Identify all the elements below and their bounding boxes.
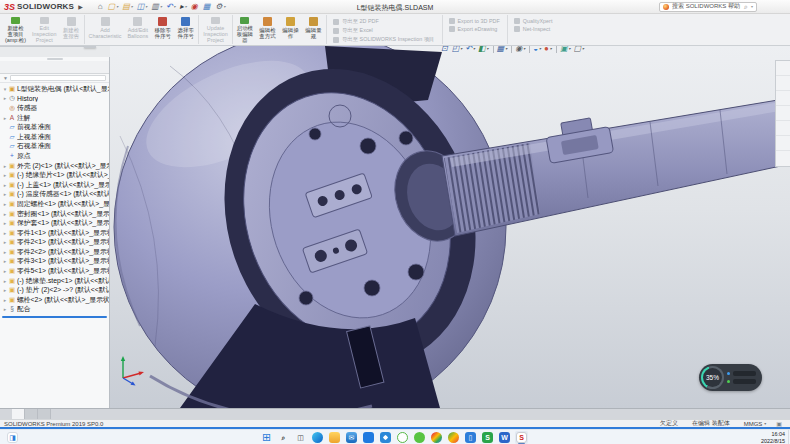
task-view-icon[interactable]: ◫ (294, 431, 307, 444)
custom-properties-icon[interactable] (776, 136, 790, 151)
menu-expand-arrow-icon[interactable]: ▶ (78, 3, 83, 10)
tree-origin[interactable]: + 原点 (0, 151, 109, 161)
tree-filter-input[interactable] (10, 75, 106, 81)
tree-front-plane[interactable]: ▱ 前视基准面 (0, 122, 109, 132)
tree-component[interactable]: ▸ ▣ 零件5<1> (默认<<默认>_显示状态) (0, 266, 109, 276)
qualityxpert-item[interactable]: QualityXpert (514, 18, 553, 24)
tree-annotations[interactable]: ▸ A 注解 (0, 113, 109, 123)
update-inspection-project-button[interactable]: Update Inspection Project (198, 15, 231, 44)
open-file-icon[interactable]: ▤ ▾ (122, 3, 133, 11)
new-inspection-project-button[interactable]: 新建检 查项目 (amp:检) (2, 15, 29, 44)
add-characteristic-button[interactable]: Add Characteristic (84, 15, 125, 44)
wps-icon[interactable]: S (481, 431, 494, 444)
tab-sketch[interactable] (24, 46, 36, 47)
tree-component[interactable]: ▸ ▣ 螺栓<2> (默认<<默认>_显示状态) (0, 295, 109, 305)
edit-gages-button[interactable]: 编辑量 规 (302, 15, 325, 44)
tab-inspection[interactable] (84, 46, 96, 48)
start-button[interactable]: ⊞ (260, 431, 273, 444)
tree-sensors[interactable]: ◎ 传感器 (0, 103, 109, 113)
phone-link-icon[interactable]: ▯ (464, 431, 477, 444)
graphics-viewport[interactable] (110, 46, 790, 408)
launch-template-editor-button[interactable]: 启动模 板编辑 器 (232, 15, 256, 44)
tab-assembly[interactable] (0, 46, 12, 47)
file-explorer-icon[interactable] (328, 431, 341, 444)
sw-resources-icon[interactable] (776, 61, 790, 76)
motion-study-tab[interactable] (38, 409, 51, 419)
select-balloons-button[interactable]: 选择零 件序号 (174, 15, 197, 44)
remove-balloons-button[interactable]: 移除零 件序号 (151, 15, 174, 44)
search-icon[interactable]: ⌕ (744, 3, 748, 11)
mail-icon[interactable]: ✉ (345, 431, 358, 444)
tab-mbd[interactable] (60, 46, 72, 47)
photos-icon[interactable] (379, 431, 392, 444)
tree-component[interactable]: ▸ ▣ 零件2<2> (默认<<默认>_显示状态) (0, 247, 109, 257)
rebuild-icon[interactable]: ◉ (191, 3, 199, 11)
tree-component[interactable]: ▸ ▣ (-) 垫片 (2)<2> ->? (默认<<默认>) (0, 285, 109, 295)
overlay-control[interactable] (733, 379, 756, 384)
overlay-control[interactable] (733, 371, 756, 376)
tree-history-folder[interactable]: ▸ ◷ History (0, 94, 109, 104)
rollback-bar[interactable] (2, 316, 107, 318)
tree-top-plane[interactable]: ▱ 上视基准面 (0, 132, 109, 142)
select-cursor-icon[interactable]: ▸ ▾ (180, 3, 187, 11)
tree-component[interactable]: ▸ ▣ 零件1<1> (默认<<默认>_显示状态) (0, 228, 109, 238)
design-library-icon[interactable] (776, 76, 790, 91)
recorder-overlay[interactable]: 35% (699, 364, 762, 391)
tree-component[interactable]: ▸ ▣ 零件3<1> (默认<<默认>_显示状态) (0, 257, 109, 267)
chrome-icon[interactable] (430, 431, 443, 444)
save-icon[interactable]: ◫ ▾ (137, 3, 148, 11)
edit-inspection-project-button[interactable]: Edit Inspection Project (29, 15, 60, 44)
tree-mates[interactable]: ▸ § 配合 (0, 305, 109, 315)
tree-component[interactable]: ▸ ▣ 密封圈<1> (默认<<默认>_显示状态) (0, 209, 109, 219)
edit-inspection-methods-button[interactable]: 编辑检 查方式 (256, 15, 279, 44)
export-3d-pdf-item[interactable]: Export to 3D PDF (449, 18, 500, 24)
export-excel-item[interactable]: 导出至 Excel (333, 27, 435, 34)
new-file-icon[interactable]: ▢ ▾ (108, 3, 119, 11)
file-explorer-icon[interactable] (776, 91, 790, 106)
tree-component[interactable]: ▸ ▣ 保护套<1> (默认<<默认>_显示状态) (0, 218, 109, 228)
tree-right-plane[interactable]: ▱ 右视基准面 (0, 142, 109, 152)
model-tab[interactable] (12, 409, 25, 419)
tree-component[interactable]: ▸ ▣ 固定螺栓<1> (默认<<默认>_显示状态) (0, 199, 109, 209)
word-icon[interactable]: W (498, 431, 511, 444)
status-tag-icon[interactable]: ▣ (776, 420, 786, 427)
status-units[interactable]: MMGS ▾ (742, 421, 767, 427)
model-3d-render[interactable] (110, 46, 790, 408)
tab-addins[interactable] (48, 46, 60, 47)
edit-operations-button[interactable]: 编辑操 作 (279, 15, 302, 44)
net-inspect-item[interactable]: Net-Inspect (514, 26, 553, 32)
tree-component[interactable]: ▸ ▣ 零件2<1> (默认<<默认>_显示状态) (0, 238, 109, 248)
search-dropdown-icon[interactable]: ▾ (751, 4, 753, 9)
new-inspection-report-button[interactable]: 新建检 查报告 (60, 15, 83, 44)
search-icon[interactable]: ⌕ (277, 431, 290, 444)
solidworks-taskbar-icon[interactable]: S (515, 431, 528, 444)
print-icon[interactable]: ▥ ▾ (151, 3, 162, 11)
sw-forum-icon[interactable] (776, 151, 790, 166)
tree-component[interactable]: ▸ ▣ 外壳 (2)<1> (默认<<默认>_显示状态) (0, 161, 109, 171)
taskbar-clock[interactable]: 16:04 2022/8/15 (761, 431, 785, 444)
microsoft-store-icon[interactable] (362, 431, 375, 444)
wechat-icon[interactable] (413, 431, 426, 444)
export-edrawing-item[interactable]: Export eDrawing (449, 26, 500, 32)
export-2d-pdf-item[interactable]: 导出至 2D PDF (333, 18, 435, 25)
tab-cam[interactable] (72, 46, 84, 47)
filter-funnel-icon[interactable]: ▼ (3, 75, 8, 81)
browser-colorful-icon[interactable] (447, 431, 460, 444)
tree-component[interactable]: ▸ ▣ (-) 上盖<1> (默认<<默认>_显示状态) (0, 180, 109, 190)
tree-component[interactable]: ▸ ▣ (-) 绝缘垫.step<1> (默认<<默认>) (0, 276, 109, 286)
appearances-icon[interactable] (776, 121, 790, 136)
tree-component[interactable]: ▸ ▣ (-) 温度传感器<1> (默认<<默认>_显示状态) (0, 190, 109, 200)
home-icon[interactable]: ⌂ (98, 3, 104, 11)
tab-evaluate[interactable] (36, 46, 48, 47)
undo-icon[interactable]: ↶ ▾ (166, 3, 176, 11)
widgets-icon[interactable]: ◨ (6, 431, 19, 444)
tree-root-assembly[interactable]: ▾ ▣ L型铠装热电偶 (默认<默认_显示状态-1>) (0, 84, 109, 94)
edge-icon[interactable] (311, 431, 324, 444)
file-properties-icon[interactable]: ▦ (203, 3, 212, 11)
view-palette-icon[interactable] (776, 106, 790, 121)
tree-component[interactable]: ▸ ▣ (-) 绝缘垫片<1> (默认<<默认>_显示状态) (0, 170, 109, 180)
help-search-input[interactable]: 搜索 SOLIDWORKS 帮助 ⌕ ▾ (659, 2, 757, 12)
export-inspection-project-item[interactable]: 导出至 SOLIDWORKS Inspection 项目 (333, 36, 435, 43)
3d-views-tab[interactable] (25, 409, 38, 419)
add-edit-balloons-button[interactable]: Add/Edit Balloons (125, 15, 152, 44)
